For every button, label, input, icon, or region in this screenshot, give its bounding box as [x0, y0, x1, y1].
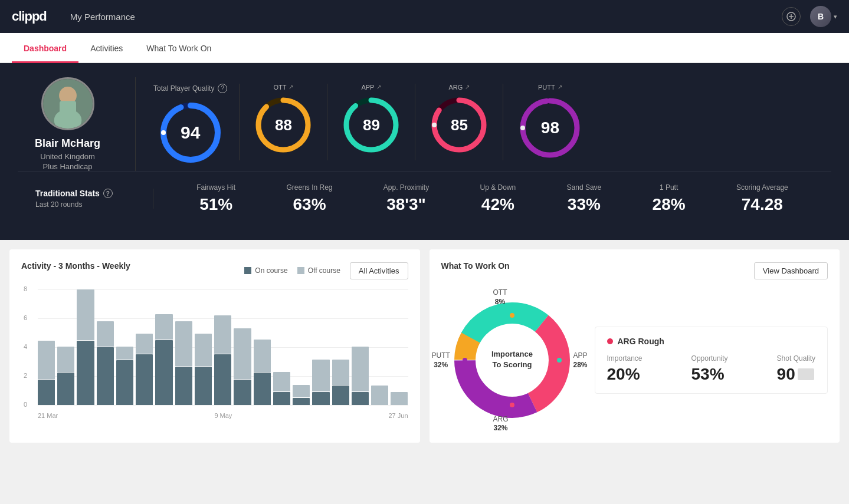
bar-group: [332, 289, 349, 405]
bar-group: [77, 289, 94, 405]
stats-items: Fairways Hit 51% Greens In Reg 63% App. …: [153, 183, 814, 214]
off-course-dot: [297, 267, 304, 274]
all-activities-button[interactable]: All Activities: [350, 262, 408, 279]
view-dashboard-button[interactable]: View Dashboard: [754, 262, 828, 279]
wtw-metric-shot-quality: Shot Quality 90: [777, 354, 815, 384]
bar-off-course: [175, 321, 192, 366]
app-logo: clippd: [12, 9, 47, 24]
x-label-3: 27 Jun: [388, 412, 408, 419]
tpq-section: Total Player Quality ? 94: [153, 84, 227, 165]
bar-group: [293, 289, 310, 405]
bar-on-course: [332, 386, 349, 405]
nav-right: B ▾: [782, 6, 837, 27]
ott-arrow: ↗: [289, 84, 293, 90]
arg-arrow: ↗: [465, 84, 470, 90]
hero-section: Blair McHarg United Kingdom Plus Handica…: [0, 63, 849, 240]
bar-on-course: [175, 367, 192, 405]
bar-off-course: [214, 315, 231, 354]
bar-off-course: [38, 341, 55, 379]
bar-on-course: [116, 360, 133, 405]
bar-on-course: [312, 392, 329, 405]
bar-group: [155, 289, 172, 405]
putt-value: 98: [541, 118, 559, 137]
wtw-header: What To Work On View Dashboard: [441, 261, 828, 280]
score-app: APP ↗ 89: [327, 84, 401, 160]
tab-activities[interactable]: Activities: [78, 33, 135, 63]
bar-off-course: [57, 347, 74, 372]
bar-group: [254, 289, 271, 405]
app-ring: 89: [342, 95, 401, 154]
arg-value: 85: [451, 116, 468, 134]
chart-title: Activity - 3 Months - Weekly: [21, 261, 130, 271]
wtw-card-title: ARG Rough: [607, 337, 816, 346]
label-arg: ARG 32%: [493, 415, 509, 433]
bar-on-course: [136, 354, 153, 405]
app-value: 89: [363, 116, 380, 134]
wtw-metric-opportunity: Opportunity 53%: [691, 354, 728, 384]
score-ott: OTT ↗ 88: [239, 84, 313, 160]
svg-text:To Scoring: To Scoring: [492, 360, 532, 369]
bar-off-course: [97, 321, 114, 347]
tpq-help-icon[interactable]: ?: [218, 84, 227, 93]
svg-point-27: [510, 313, 514, 318]
label-app: APP 28%: [573, 351, 587, 370]
bar-group: [214, 289, 231, 405]
stat-sand-save: Sand Save 33%: [567, 183, 602, 214]
add-button[interactable]: [782, 7, 801, 26]
stat-fairways: Fairways Hit 51%: [196, 183, 235, 214]
donut-chart: Importance To Scoring OTT 8% APP 28%: [441, 289, 583, 431]
app-arrow: ↗: [376, 84, 381, 90]
bar-off-course: [136, 334, 153, 353]
bar-group: [195, 289, 212, 405]
svg-point-29: [510, 403, 514, 407]
bar-group: [116, 289, 133, 405]
wtw-metric-importance: Importance 20%: [607, 354, 643, 384]
bar-on-course: [273, 392, 290, 405]
bar-group: [136, 289, 153, 405]
bar-on-course: [293, 398, 310, 405]
tabs-bar: Dashboard Activities What To Work On: [0, 33, 849, 63]
bars-container: [38, 289, 408, 405]
red-dot-icon: [607, 338, 613, 344]
score-putt: PUTT ↗ 98: [503, 84, 582, 160]
tab-dashboard[interactable]: Dashboard: [12, 33, 78, 63]
wtw-title: What To Work On: [441, 261, 510, 271]
bar-off-course: [254, 340, 271, 372]
score-arg: ARG ↗ 85: [415, 84, 489, 160]
nav-title: My Performance: [70, 12, 135, 22]
bar-group: [97, 289, 114, 405]
bar-off-course: [234, 328, 251, 379]
stat-greens: Greens In Reg 63%: [286, 183, 332, 214]
bar-off-course: [77, 289, 94, 340]
bar-off-course: [332, 360, 349, 385]
user-menu[interactable]: B ▾: [810, 6, 837, 27]
bottom-panels: Activity - 3 Months - Weekly On course O…: [0, 240, 849, 452]
player-handicap: Plus Handicap: [43, 162, 93, 171]
legend-off-course: Off course: [297, 266, 340, 275]
bar-group: [57, 289, 74, 405]
ott-value: 88: [275, 116, 292, 134]
bar-off-course: [312, 360, 329, 392]
bar-group: [352, 289, 369, 405]
player-avatar: [41, 77, 94, 130]
chart-area: 8 6 4 2 0 21 Mar 9 May 27 Jun: [21, 289, 408, 419]
wtw-content: Importance To Scoring OTT 8% APP 28%: [441, 289, 828, 431]
bar-group: [371, 289, 388, 405]
bar-group: [234, 289, 251, 405]
bar-group: [175, 289, 192, 405]
on-course-dot: [244, 267, 251, 274]
label-putt: PUTT 32%: [432, 351, 450, 370]
legend-on-course: On course: [244, 266, 287, 275]
bar-off-course: [371, 386, 388, 405]
main-ring: 94: [158, 100, 223, 165]
stats-help-icon[interactable]: ?: [103, 189, 113, 198]
bar-off-course: [391, 392, 408, 405]
wtw-card: ARG Rough Importance 20% Opportunity 53%…: [595, 327, 828, 394]
tab-what-to-work-on[interactable]: What To Work On: [135, 33, 223, 63]
ott-ring: 88: [254, 95, 313, 154]
donut-svg: Importance To Scoring: [441, 289, 583, 431]
bar-on-course: [214, 354, 231, 405]
stat-scoring-avg: Scoring Average 74.28: [736, 183, 788, 214]
user-avatar: B: [810, 6, 831, 27]
wtw-metrics: Importance 20% Opportunity 53% Shot Qual…: [607, 354, 816, 384]
